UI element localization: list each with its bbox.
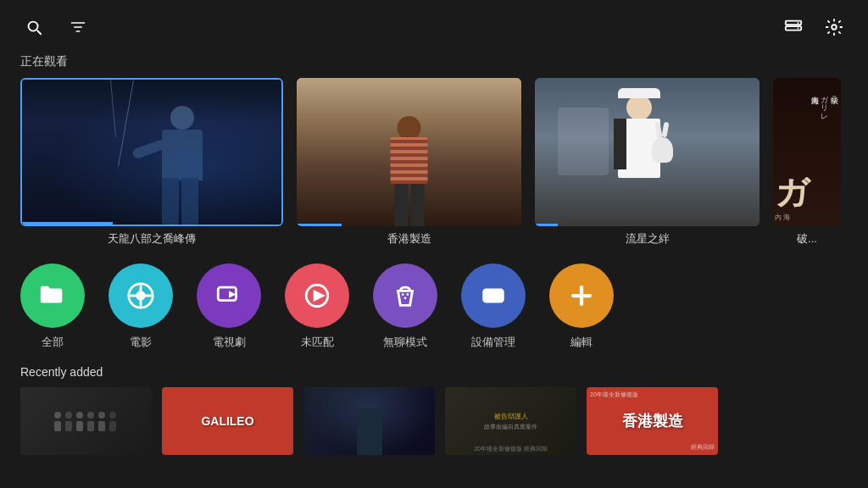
card-wrapper-3: 流星之絆: [535, 78, 760, 247]
partial-text-1: 柴咲こ: [829, 91, 839, 116]
category-device[interactable]: 設備管理: [461, 263, 526, 350]
card-title-3: 流星之絆: [535, 231, 760, 247]
partial-text-2: ガリレ: [820, 91, 830, 116]
cat-label-movies: 電影: [130, 335, 152, 350]
card-wrapper-1: 天龍八部之喬峰傳: [20, 78, 283, 247]
media-card-4[interactable]: 柴咲こ ガリレ 内海薫 ガ 内 海: [773, 78, 841, 226]
category-unmatched[interactable]: 未匹配: [285, 263, 349, 350]
categories-row: 全部 電影 電視劇 未匹配: [0, 247, 868, 358]
media-card-1[interactable]: [20, 78, 283, 226]
cat-circle-tv: [197, 263, 261, 328]
cat-circle-all: [20, 263, 85, 328]
header-left: [20, 14, 92, 41]
svg-point-6: [136, 291, 145, 300]
settings-button[interactable]: [821, 14, 848, 41]
search-button[interactable]: [20, 14, 47, 41]
recent-card-2[interactable]: GALILEO: [162, 387, 293, 455]
svg-point-12: [406, 293, 409, 296]
cat-label-idle: 無聊模式: [383, 335, 427, 350]
header: [0, 0, 868, 54]
svg-rect-0: [786, 21, 801, 25]
cat-label-tv: 電視劇: [213, 335, 246, 350]
recent-card-1[interactable]: [20, 387, 152, 455]
cat-label-unmatched: 未匹配: [301, 335, 334, 350]
svg-marker-10: [314, 290, 326, 302]
card-wrapper-4: 柴咲こ ガリレ 内海薫 ガ 内 海 破...: [773, 78, 841, 247]
server-button[interactable]: [780, 14, 807, 41]
category-all[interactable]: 全部: [20, 263, 85, 350]
recent-card-4[interactable]: 被告辯護人 故事改編自真實案件 20年後全新修復版 經典回歸: [445, 387, 576, 455]
cat-circle-movies: [108, 263, 173, 328]
recent-card-5[interactable]: 香港製造 20年後全新修復版 經典回歸: [587, 387, 718, 455]
cat-label-all: 全部: [42, 335, 64, 350]
category-movies[interactable]: 電影: [108, 263, 173, 350]
svg-point-3: [798, 27, 799, 29]
svg-rect-1: [786, 26, 801, 30]
media-card-3[interactable]: [535, 78, 760, 226]
svg-point-13: [404, 297, 407, 299]
header-right: [780, 14, 848, 41]
card-title-4: 破...: [773, 231, 841, 247]
svg-point-2: [798, 22, 799, 24]
category-edit[interactable]: 編輯: [549, 263, 614, 350]
recently-added-row: GALILEO 被告辯護人 故事改編自真實案件 20年後全新修復版 經典回歸 香…: [0, 387, 868, 455]
recent-card-3[interactable]: [303, 387, 435, 455]
cat-label-device: 設備管理: [471, 335, 515, 350]
now-watching-label: 正在觀看: [0, 54, 868, 78]
cat-circle-device: [461, 263, 526, 328]
recently-added-label: Recently added: [0, 358, 868, 387]
now-watching-row: 天龍八部之喬峰傳 香港製造: [0, 78, 868, 247]
progress-bar-2: [297, 224, 342, 226]
card-title-1: 天龍八部之喬峰傳: [20, 231, 283, 247]
partial-text-3: 内海薫: [810, 91, 820, 116]
media-card-2[interactable]: [297, 78, 521, 226]
card-wrapper-2: 香港製造: [297, 78, 521, 247]
svg-point-11: [402, 293, 404, 296]
category-idle[interactable]: 無聊模式: [373, 263, 437, 350]
filter-button[interactable]: [64, 14, 92, 41]
svg-point-4: [832, 25, 837, 30]
card-title-2: 香港製造: [297, 231, 521, 247]
cat-circle-unmatched: [285, 263, 349, 328]
cat-circle-idle: [373, 263, 437, 328]
progress-bar-1: [22, 222, 113, 225]
category-tv[interactable]: 電視劇: [197, 263, 261, 350]
progress-bar-3: [535, 224, 558, 226]
cat-label-edit: 編輯: [570, 335, 593, 350]
cat-circle-edit: [549, 263, 614, 328]
